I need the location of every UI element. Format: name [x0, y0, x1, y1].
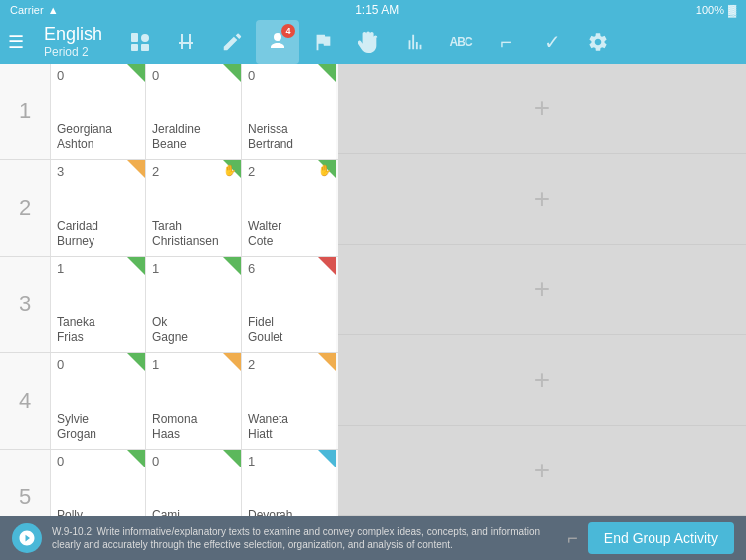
seat-count: 2 [152, 164, 159, 179]
row-number: 4 [0, 353, 50, 449]
seat-student-name: Nerissa Bertrand [248, 122, 330, 153]
add-group-button[interactable]: + [524, 181, 560, 217]
seat-count: 1 [248, 454, 255, 468]
tool-chair[interactable] [164, 20, 208, 64]
seat-cell[interactable]: 0Jeraldine Beane [145, 64, 241, 159]
badge-count: 4 [281, 24, 295, 38]
add-group-button[interactable]: + [524, 272, 560, 307]
seat-cell[interactable]: 0Sylvie Grogan [50, 353, 145, 449]
tool-flag[interactable] [301, 20, 345, 64]
seat-count: 0 [152, 454, 159, 468]
tool-hand[interactable] [347, 20, 391, 64]
seat-count: 0 [57, 454, 64, 468]
seat-cell[interactable]: 0Polly Jay [50, 450, 145, 516]
status-right: 100% ▓ [696, 4, 736, 16]
seat-count: 2 [248, 357, 255, 372]
seat-corner-indicator [223, 257, 241, 275]
bottom-arrow-icon[interactable]: ⌐ [567, 528, 578, 549]
seat-student-name: Cami Keenan [152, 508, 235, 516]
seat-student-name: Taneka Frias [57, 315, 139, 346]
tool-corner[interactable]: ⌐ [484, 20, 528, 64]
wifi-icon: ▲ [48, 4, 59, 16]
seat-student-name: Jeraldine Beane [152, 122, 235, 153]
seat-count: 1 [152, 357, 159, 372]
status-left: Carrier ▲ [10, 4, 59, 16]
row-number: 5 [0, 450, 50, 516]
row-number: 3 [0, 257, 50, 352]
seat-corner-indicator [318, 353, 336, 371]
toolbar: 4 ABC ⌐ ✓ [118, 20, 738, 64]
svg-rect-3 [141, 44, 149, 51]
menu-button[interactable]: ☰ [8, 31, 38, 53]
seat-corner-indicator [127, 160, 145, 178]
tool-chart[interactable] [393, 20, 437, 64]
seat-corner-indicator [318, 450, 336, 467]
tool-person-flag[interactable]: 4 [256, 20, 299, 64]
seat-corner-indicator [318, 64, 336, 82]
seat-cell[interactable]: 6Fidel Goulet [241, 257, 336, 352]
seats-row: 3Caridad Burney2✋Tarah Christiansen2✋Wal… [50, 160, 338, 256]
svg-rect-1 [131, 44, 138, 51]
tool-edit[interactable] [210, 20, 254, 64]
seat-cell[interactable]: 2Waneta Hiatt [241, 353, 336, 449]
seats-row: 1Taneka Frias1Ok Gagne6Fidel Goulet [50, 257, 338, 352]
seat-cell[interactable]: 0Nerissa Bertrand [241, 64, 336, 159]
right-panel-row: + [338, 245, 746, 335]
tool-check[interactable]: ✓ [530, 20, 574, 64]
seat-corner-indicator [127, 257, 145, 275]
tool-seating-chart[interactable] [118, 20, 162, 64]
seat-corner-indicator [318, 257, 336, 275]
seat-student-name: Polly Jay [57, 508, 139, 516]
add-group-button[interactable]: + [524, 91, 560, 126]
right-panel-row: + [338, 426, 746, 516]
right-panel: +++++ [338, 64, 746, 516]
seat-corner-indicator [223, 64, 241, 82]
right-panel-row: + [338, 154, 746, 245]
seat-hand-icon: ✋ [223, 164, 237, 177]
seat-cell[interactable]: 1Romona Haas [145, 353, 241, 449]
seating-row: 50Polly Jay0Cami Keenan1Devorah Mcmahan [0, 450, 338, 516]
seating-row: 23Caridad Burney2✋Tarah Christiansen2✋Wa… [0, 160, 338, 257]
seat-cell[interactable]: 2✋Walter Cote [241, 160, 336, 256]
seat-cell[interactable]: 3Caridad Burney [50, 160, 145, 256]
seat-cell[interactable]: 0Cami Keenan [145, 450, 241, 516]
class-title: English [44, 25, 102, 45]
seating-row: 40Sylvie Grogan1Romona Haas2Waneta Hiatt [0, 353, 338, 450]
seats-row: 0Georgiana Ashton0Jeraldine Beane0Neriss… [50, 64, 338, 159]
seat-corner-indicator [223, 353, 241, 371]
seat-count: 2 [248, 164, 255, 179]
seat-student-name: Devorah Mcmahan [248, 508, 330, 516]
right-panel-row: + [338, 335, 746, 426]
seat-cell[interactable]: 1Devorah Mcmahan [241, 450, 336, 516]
battery-label: 100% [696, 4, 724, 16]
row-number: 1 [0, 64, 50, 159]
seat-cell[interactable]: 2✋Tarah Christiansen [145, 160, 241, 256]
status-bar: Carrier ▲ 1:15 AM 100% ▓ [0, 0, 746, 20]
seat-corner-indicator [127, 450, 145, 467]
seat-student-name: Sylvie Grogan [57, 412, 139, 443]
seat-cell[interactable]: 1Taneka Frias [50, 257, 145, 352]
app-header: ☰ English Period 2 4 [0, 20, 746, 64]
seat-cell[interactable]: 1Ok Gagne [145, 257, 241, 352]
right-panel-row: + [338, 64, 746, 154]
seat-student-name: Waneta Hiatt [248, 412, 330, 443]
tool-abc[interactable]: ABC [439, 20, 482, 64]
header-title-block: English Period 2 [44, 25, 102, 59]
svg-point-4 [274, 33, 281, 41]
seat-student-name: Ok Gagne [152, 315, 235, 346]
tool-settings[interactable] [576, 20, 620, 64]
seat-cell[interactable]: 0Georgiana Ashton [50, 64, 145, 159]
seat-student-name: Fidel Goulet [248, 315, 330, 346]
seat-corner-indicator [127, 64, 145, 82]
svg-point-2 [141, 34, 149, 42]
row-number: 2 [0, 160, 50, 256]
seat-hand-icon: ✋ [318, 164, 332, 177]
seat-count: 0 [57, 357, 64, 372]
end-group-button[interactable]: End Group Activity [588, 522, 734, 554]
standard-text: W.9-10.2: Write informative/explanatory … [52, 525, 557, 551]
add-group-button[interactable]: + [524, 362, 560, 398]
add-group-button[interactable]: + [524, 453, 560, 488]
main-content: 10Georgiana Ashton0Jeraldine Beane0Neris… [0, 64, 746, 516]
seat-student-name: Caridad Burney [57, 219, 139, 250]
carrier-label: Carrier [10, 4, 44, 16]
